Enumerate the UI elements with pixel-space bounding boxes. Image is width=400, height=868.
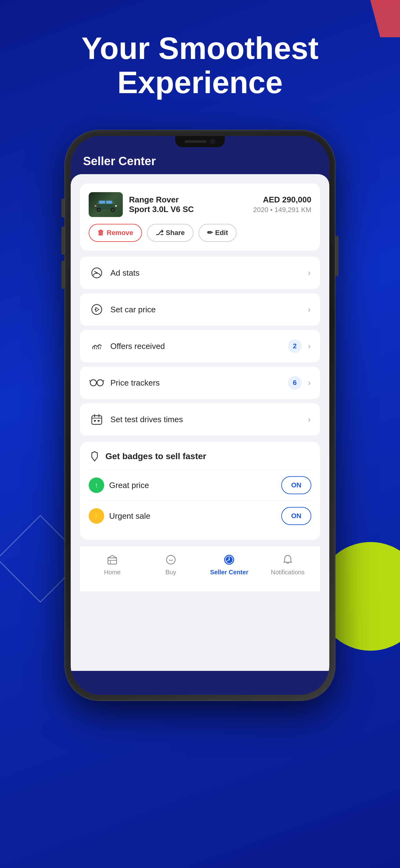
car-thumbnail bbox=[89, 192, 123, 217]
urgent-sale-toggle[interactable]: ON bbox=[281, 507, 311, 525]
badge-row-great-price: ↑ Great price ON bbox=[89, 470, 311, 500]
seller-center-icon bbox=[222, 553, 236, 567]
content-area: Range Rover Sport 3.0L V6 SC AED 290,000… bbox=[71, 174, 329, 671]
svg-point-15 bbox=[97, 380, 103, 386]
offers-badge: 2 bbox=[288, 339, 302, 353]
edit-label: Edit bbox=[215, 229, 228, 237]
svg-point-12 bbox=[92, 305, 102, 314]
menu-item-ad-stats[interactable]: Ad stats › bbox=[80, 257, 320, 289]
buy-nav-label: Buy bbox=[166, 569, 176, 576]
hero-line2: Experience bbox=[0, 65, 400, 99]
calendar-icon bbox=[89, 412, 104, 427]
price-trackers-label: Price trackers bbox=[110, 378, 282, 388]
offers-label: Offers received bbox=[110, 341, 282, 351]
hero-section: Your Smoothest Experience bbox=[0, 31, 400, 99]
car-price-col: AED 290,000 2020 • 149,291 KM bbox=[253, 195, 311, 214]
phone-mockup: Seller Center bbox=[65, 130, 335, 700]
header-title: Seller Center bbox=[83, 155, 317, 168]
svg-line-17 bbox=[90, 380, 90, 381]
nav-item-notifications[interactable]: Notifications bbox=[259, 553, 317, 576]
chevron-right-icon: › bbox=[308, 378, 311, 388]
chevron-right-icon: › bbox=[308, 305, 311, 314]
glasses-icon bbox=[89, 375, 104, 390]
car-details: Range Rover Sport 3.0L V6 SC AED 290,000… bbox=[129, 195, 311, 214]
share-label: Share bbox=[166, 229, 185, 237]
notifications-icon bbox=[280, 553, 295, 567]
svg-rect-19 bbox=[92, 416, 102, 424]
notch bbox=[163, 136, 237, 149]
test-drives-label: Set test drives times bbox=[110, 415, 302, 424]
share-button[interactable]: ⎇ Share bbox=[147, 224, 194, 242]
share-icon: ⎇ bbox=[156, 229, 163, 237]
badge-info-urgent-sale: ⚡ Urgent sale bbox=[89, 508, 151, 524]
menu-item-set-price[interactable]: Set car price › bbox=[80, 293, 320, 326]
car-thumb-inner bbox=[89, 192, 123, 217]
chevron-right-icon: › bbox=[308, 414, 311, 424]
home-nav-label: Home bbox=[104, 569, 121, 576]
car-top-row: Range Rover Sport 3.0L V6 SC AED 290,000… bbox=[129, 195, 311, 214]
handshake-icon bbox=[89, 339, 104, 353]
badge-info-great-price: ↑ Great price bbox=[89, 477, 149, 493]
car-names: Range Rover Sport 3.0L V6 SC bbox=[129, 195, 194, 214]
phone-screen: Seller Center bbox=[71, 136, 329, 695]
chevron-right-icon: › bbox=[308, 268, 311, 278]
menu-item-test-drives[interactable]: Set test drives times › bbox=[80, 403, 320, 436]
buy-icon bbox=[164, 553, 178, 567]
urgent-sale-icon: ⚡ bbox=[89, 508, 104, 524]
menu-list: Ad stats › bbox=[80, 257, 320, 436]
badges-card: Get badges to sell faster ↑ Great price … bbox=[80, 442, 320, 540]
car-dot: • bbox=[270, 206, 275, 214]
chevron-right-icon: › bbox=[308, 341, 311, 351]
app-header: Seller Center bbox=[71, 152, 329, 174]
badge-row-urgent-sale: ⚡ Urgent sale ON bbox=[89, 500, 311, 531]
car-image-svg bbox=[92, 198, 120, 212]
menu-item-price-trackers[interactable]: Price trackers 6 › bbox=[80, 367, 320, 399]
side-btn-mute bbox=[61, 199, 65, 217]
side-btn-power bbox=[335, 236, 339, 276]
remove-label: Remove bbox=[107, 229, 133, 237]
great-price-label: Great price bbox=[109, 480, 149, 490]
camera bbox=[210, 139, 215, 144]
price-trackers-badge: 6 bbox=[288, 376, 302, 390]
car-meta: 2020 • 149,291 KM bbox=[253, 206, 311, 214]
car-name-line1: Range Rover bbox=[129, 195, 194, 205]
side-btn-vol-up bbox=[61, 227, 65, 254]
gauge-icon bbox=[89, 266, 104, 280]
speaker bbox=[185, 140, 206, 143]
nav-item-buy[interactable]: Buy bbox=[142, 553, 200, 576]
notifications-nav-label: Notifications bbox=[271, 569, 304, 576]
car-year: 2020 bbox=[253, 206, 268, 214]
urgent-sale-label: Urgent sale bbox=[109, 511, 151, 521]
bottom-nav: Home Buy bbox=[80, 546, 320, 591]
trash-icon: 🗑 bbox=[97, 229, 104, 237]
home-icon bbox=[105, 553, 120, 567]
badges-title: Get badges to sell faster bbox=[89, 451, 311, 462]
edit-icon: ✏ bbox=[207, 229, 213, 237]
nav-item-home[interactable]: Home bbox=[83, 553, 142, 576]
car-price: AED 290,000 bbox=[253, 195, 311, 205]
hero-line1: Your Smoothest bbox=[0, 31, 400, 65]
svg-point-2 bbox=[98, 209, 100, 211]
svg-rect-6 bbox=[106, 200, 112, 203]
svg-point-11 bbox=[96, 272, 98, 274]
tag-icon bbox=[89, 302, 104, 317]
remove-button[interactable]: 🗑 Remove bbox=[89, 224, 142, 242]
phone-outer: Seller Center bbox=[65, 130, 335, 700]
menu-item-offers[interactable]: Offers received 2 › bbox=[80, 330, 320, 362]
notch-inner bbox=[175, 136, 225, 147]
svg-rect-7 bbox=[115, 205, 117, 207]
edit-button[interactable]: ✏ Edit bbox=[198, 224, 237, 242]
badge-section-icon bbox=[89, 451, 100, 462]
car-mileage: 149,291 KM bbox=[274, 206, 311, 214]
great-price-toggle[interactable]: ON bbox=[281, 476, 311, 494]
svg-point-4 bbox=[112, 209, 114, 211]
svg-rect-25 bbox=[108, 558, 116, 564]
set-price-label: Set car price bbox=[110, 305, 302, 314]
ad-stats-label: Ad stats bbox=[110, 268, 302, 278]
svg-line-18 bbox=[103, 380, 104, 381]
nav-item-seller-center[interactable]: Seller Center bbox=[200, 553, 259, 576]
phone-inner: Seller Center bbox=[71, 136, 329, 695]
side-btn-vol-down bbox=[61, 261, 65, 289]
badges-title-text: Get badges to sell faster bbox=[105, 452, 206, 461]
car-info: Range Rover Sport 3.0L V6 SC AED 290,000… bbox=[89, 192, 311, 217]
